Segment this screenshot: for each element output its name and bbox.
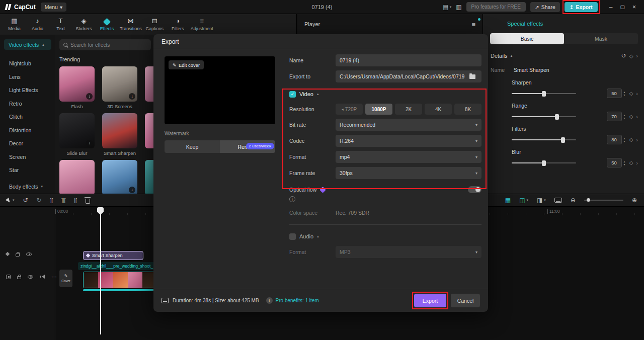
stepper-control[interactable]: ▴▾ — [624, 160, 625, 166]
chevron-up-icon[interactable]: ▴ — [317, 234, 319, 238]
keyframe-diamond-icon[interactable]: ◇ — [629, 53, 633, 59]
lock-icon[interactable] — [16, 253, 20, 257]
tab-text[interactable]: T Text — [50, 18, 71, 31]
maximize-button[interactable]: ▢ — [620, 4, 625, 10]
keyframe-diamond-icon[interactable]: ◇ — [629, 114, 633, 119]
sidebar-item-light-effects[interactable]: Light Effects — [0, 83, 55, 97]
chevron-right-icon[interactable]: › — [636, 160, 638, 166]
resolution-8k[interactable]: 8K — [454, 104, 481, 115]
framerate-dropdown[interactable]: 30fps ▾ — [336, 167, 481, 179]
cover-button[interactable]: ✎ Cover — [59, 270, 72, 287]
text-clip[interactable]: zindgi__aikhil___pre_wedding_shoot_ — [78, 262, 157, 270]
video-clip[interactable] — [83, 272, 157, 288]
split-button[interactable]: ][ — [50, 198, 53, 203]
download-icon[interactable]: ↓ — [129, 93, 135, 100]
effect-thumbnail-flash[interactable]: ↓ — [59, 66, 95, 102]
effect-clip-smart-sharpen[interactable]: Smart Sharpen — [83, 251, 143, 260]
pro-benefits-link[interactable]: Pro benefits: 1 item — [276, 298, 319, 303]
sidebar-item-body-effects[interactable]: Body effects ▾ — [0, 180, 55, 193]
filters-slider[interactable] — [512, 137, 576, 143]
info-icon[interactable]: i — [289, 196, 295, 202]
slider-handle[interactable] — [555, 114, 559, 120]
zoom-out-button[interactable]: ⊖ — [571, 197, 576, 204]
optical-flow-toggle[interactable] — [468, 186, 481, 193]
watermark-remove-button[interactable]: Remove 2 uses/week — [220, 140, 275, 153]
share-button[interactable]: ↗ Share — [530, 2, 560, 12]
player-menu-icon[interactable]: ≡ — [471, 21, 475, 28]
sidebar-item-glitch[interactable]: Glitch — [0, 110, 55, 124]
trim-left-button[interactable]: ]|[ — [61, 198, 65, 203]
cancel-button[interactable]: Cancel — [451, 294, 480, 307]
bitrate-dropdown[interactable]: Recommended ▾ — [336, 119, 481, 131]
delete-button[interactable] — [86, 197, 90, 204]
download-icon[interactable]: ↓ — [86, 93, 93, 100]
sidebar-item-star[interactable]: Star — [0, 163, 55, 177]
chevron-right-icon[interactable]: › — [636, 53, 638, 59]
effect-thumbnail[interactable] — [59, 160, 95, 194]
download-icon[interactable]: ↓ — [86, 140, 93, 146]
download-icon[interactable]: ↓ — [129, 187, 135, 193]
shortcuts-button[interactable] — [554, 198, 562, 203]
stepper-control[interactable]: ▴▾ — [624, 91, 625, 97]
slider-handle[interactable] — [542, 160, 546, 166]
name-input[interactable] — [340, 57, 477, 63]
track-mode-button[interactable]: ◫ ▾ — [519, 197, 528, 204]
redo-button[interactable]: ↻ — [37, 197, 42, 204]
select-tool-button[interactable]: ▾ — [7, 196, 15, 205]
effect-card[interactable]: ↓ — [102, 160, 137, 194]
layout-switch-icon[interactable]: ▤ ▾ — [443, 4, 451, 11]
video-checkbox[interactable]: ✓ — [289, 91, 296, 98]
slider-handle[interactable] — [561, 137, 565, 143]
undo-button[interactable]: ↺ — [23, 197, 28, 204]
panel-toggle-icon[interactable]: ▥ — [456, 4, 461, 11]
blur-slider[interactable] — [512, 160, 576, 166]
effect-card[interactable]: ↓ Flash — [59, 66, 95, 109]
effect-thumbnail[interactable]: ↓ — [102, 160, 137, 194]
minimize-button[interactable]: – — [609, 4, 613, 11]
tab-media[interactable]: ▦ Media — [4, 18, 25, 31]
chevron-up-icon[interactable]: ▴ — [511, 54, 513, 58]
format-dropdown[interactable]: mp4 ▾ — [336, 151, 481, 163]
export-confirm-button[interactable]: Export — [414, 294, 446, 307]
effect-thumbnail-smart-sharpen[interactable] — [102, 113, 137, 148]
search-bar[interactable] — [59, 39, 151, 50]
sidebar-item-distortion[interactable]: Distortion — [0, 124, 55, 137]
filters-value[interactable]: 80 — [607, 135, 622, 144]
trim-right-button[interactable]: |[ — [74, 198, 76, 203]
mute-icon[interactable] — [40, 275, 45, 279]
range-value[interactable]: 70 — [607, 112, 622, 121]
tab-effects[interactable]: Effects — [97, 18, 117, 31]
chevron-right-icon[interactable]: › — [636, 91, 638, 97]
close-button[interactable]: × — [632, 4, 636, 11]
stepper-control[interactable]: ▴▾ — [624, 137, 625, 143]
effect-card[interactable]: ↓ Slide Blur — [59, 113, 95, 156]
sharpen-slider[interactable] — [512, 91, 576, 97]
eye-icon[interactable] — [26, 252, 32, 256]
track-select-icon[interactable] — [6, 275, 11, 279]
resolution-1080p[interactable]: 1080P — [365, 104, 392, 115]
pro-features-button[interactable]: Pro features for FREE — [466, 2, 526, 12]
menu-button[interactable]: Menu ▾ — [41, 3, 67, 12]
reset-icon[interactable]: ↺ — [621, 52, 626, 59]
chevron-right-icon[interactable]: › — [636, 137, 638, 143]
sidebar-item-retro[interactable]: Retro — [0, 97, 55, 111]
export-path-input[interactable] — [340, 73, 465, 79]
tab-adjustment[interactable]: ≡ Adjustment — [191, 18, 213, 31]
tab-audio[interactable]: ♪ Audio — [27, 18, 48, 31]
tab-filters[interactable]: ◑ Filters — [168, 18, 188, 31]
resolution-2k[interactable]: 2K — [395, 104, 422, 115]
preview-grid-button[interactable]: ▦ — [505, 197, 511, 204]
tab-transitions[interactable]: ⋈ Transitions — [120, 18, 142, 31]
keyframe-diamond-icon[interactable]: ◇ — [629, 91, 633, 96]
zoom-slider-handle[interactable] — [587, 198, 590, 202]
tab-basic[interactable]: Basic — [490, 33, 564, 44]
stepper-control[interactable]: ▴▾ — [624, 114, 625, 120]
search-input[interactable] — [70, 42, 141, 48]
sidebar-item-decor[interactable]: Decor — [0, 137, 55, 150]
export-button-top[interactable]: ↥ Export — [565, 2, 598, 12]
playhead-line[interactable] — [100, 207, 101, 334]
effect-thumbnail-3d-screens[interactable]: ↓ — [102, 66, 137, 102]
more-options-icon[interactable]: ⋯ — [51, 275, 57, 279]
sharpen-value[interactable]: 50 — [607, 89, 622, 98]
audio-format-dropdown[interactable]: MP3 ▾ — [336, 246, 481, 258]
